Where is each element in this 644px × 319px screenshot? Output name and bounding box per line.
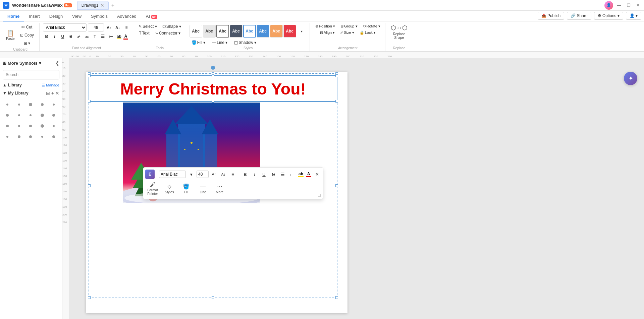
shape-item[interactable]: [38, 111, 47, 120]
shape-item[interactable]: [26, 111, 35, 120]
shape-item[interactable]: [14, 111, 24, 120]
tab-insert[interactable]: Insert: [24, 12, 45, 21]
cut-button[interactable]: ✂ Cut: [17, 23, 37, 31]
tab-advanced[interactable]: Advanced: [112, 12, 141, 21]
tab-ai[interactable]: AI hot: [141, 12, 162, 21]
highlight-button[interactable]: ab: [115, 33, 123, 40]
tab-view[interactable]: View: [67, 12, 86, 21]
decrease-font-button[interactable]: A↓: [114, 24, 121, 31]
text-handle-br[interactable]: [335, 100, 338, 103]
fill-button[interactable]: 🪣 Fill ▾: [190, 40, 208, 46]
style-7[interactable]: Abc: [270, 25, 283, 38]
shape-item[interactable]: [49, 100, 58, 109]
user-avatar[interactable]: 👤: [604, 1, 613, 10]
shape-item[interactable]: [38, 121, 47, 131]
float-font-input[interactable]: [159, 171, 186, 178]
style-5[interactable]: Abc: [243, 25, 256, 38]
format-paste-button[interactable]: ⊞ ▾: [17, 40, 37, 47]
float-fill-button[interactable]: 🪣 Fill: [179, 182, 194, 195]
handle-ml[interactable]: [88, 184, 91, 187]
lock-button[interactable]: 🔒 Lock ▾: [358, 30, 378, 36]
shape-item[interactable]: [38, 132, 47, 141]
style-1[interactable]: Abc: [190, 25, 202, 38]
float-font-chevron[interactable]: ▾: [187, 170, 195, 178]
float-bullet-button[interactable]: ☰: [279, 170, 287, 178]
style-6[interactable]: Abc: [257, 25, 269, 38]
replace-shape-button[interactable]: ⬡↔⬡ Replace Shape: [389, 23, 410, 40]
shape-item[interactable]: [49, 132, 58, 141]
shape-item[interactable]: [14, 132, 24, 141]
font-family-select[interactable]: Arial Black Arial Times New Roman: [43, 23, 87, 31]
account-button[interactable]: 👤 ▾: [626, 12, 641, 20]
my-library-title[interactable]: ▼ My Library: [3, 91, 29, 95]
my-library-close-button[interactable]: ✕: [55, 90, 59, 96]
restore-button[interactable]: ❐: [625, 2, 632, 9]
publish-button[interactable]: 📤 Publish: [538, 12, 565, 20]
shape-item[interactable]: [38, 100, 47, 109]
text-handle-bl[interactable]: [88, 100, 91, 103]
tab-design[interactable]: Design: [45, 12, 67, 21]
superscript-button[interactable]: x²: [75, 33, 83, 40]
shape-item[interactable]: [14, 100, 24, 109]
handle-bm[interactable]: [212, 296, 214, 299]
font-color-btn[interactable]: A: [123, 34, 128, 40]
subscript-button[interactable]: x₂: [83, 33, 91, 40]
float-bold-button[interactable]: B: [241, 170, 249, 178]
library-title[interactable]: ▲ Library: [3, 83, 22, 87]
style-8[interactable]: Abc: [283, 25, 296, 38]
my-library-add-button[interactable]: +: [51, 90, 54, 96]
shape-item[interactable]: [26, 100, 35, 109]
rotate-handle[interactable]: [211, 66, 215, 70]
position-button[interactable]: ⊕ Position ▾: [313, 23, 337, 29]
float-close-button[interactable]: ✕: [313, 170, 321, 178]
number-list-button[interactable]: ≔: [107, 33, 115, 40]
tab-symbols[interactable]: Symbols: [86, 12, 112, 21]
handle-bl[interactable]: [88, 296, 91, 299]
styles-more-button[interactable]: ▾: [297, 29, 307, 34]
float-strikethrough-button[interactable]: S: [269, 170, 277, 178]
font-size-input[interactable]: [88, 23, 104, 31]
align-button[interactable]: ⊟ Align ▾: [318, 30, 337, 36]
rotate-button[interactable]: ↻ Rotate ▾: [361, 23, 382, 29]
handle-br[interactable]: [335, 296, 338, 299]
shape-button[interactable]: ⬡ Shape ▾: [160, 23, 183, 29]
bold-button[interactable]: B: [43, 33, 50, 40]
group-button[interactable]: ⊞ Group ▾: [338, 23, 360, 29]
float-format-painter-button[interactable]: 🖌 Format Painter: [145, 180, 160, 197]
manage-button[interactable]: ☰ Manage: [42, 83, 59, 87]
shape-item[interactable]: [3, 100, 12, 109]
line-button[interactable]: — Line ▾: [210, 40, 229, 46]
float-italic-button[interactable]: I: [251, 170, 259, 178]
shape-item[interactable]: [14, 121, 24, 131]
sidebar-collapse-button[interactable]: ❮: [55, 60, 59, 66]
tab-close-button[interactable]: ✕: [100, 3, 104, 8]
title-text-box[interactable]: Merry Christmas to You!: [89, 75, 337, 102]
style-3[interactable]: Abc: [216, 25, 229, 38]
canvas-area[interactable]: Merry Christmas to You!: [69, 58, 644, 319]
document-tab[interactable]: Drawing1 ✕: [77, 1, 109, 10]
align-text-button[interactable]: ≡: [123, 24, 130, 31]
search-button[interactable]: Search: [59, 70, 59, 79]
increase-font-button[interactable]: A↑: [105, 24, 113, 31]
strikethrough-button[interactable]: S: [67, 33, 74, 40]
float-font-color-button[interactable]: A: [306, 171, 312, 178]
italic-button[interactable]: I: [51, 33, 58, 40]
float-align-button[interactable]: ≡: [229, 170, 237, 178]
shadow-button[interactable]: ◫ Shadow ▾: [232, 40, 258, 46]
text-style-button[interactable]: T: [91, 33, 99, 40]
shape-item[interactable]: [26, 132, 35, 141]
minimize-button[interactable]: —: [616, 2, 623, 9]
bullet-list-button[interactable]: ☰: [99, 33, 107, 40]
search-input[interactable]: [3, 70, 59, 79]
float-decrease-font[interactable]: A↓: [219, 170, 227, 178]
float-more-button[interactable]: ⋯ More: [212, 182, 227, 195]
text-handle-bm[interactable]: [212, 100, 214, 103]
float-underline-button[interactable]: U: [260, 170, 268, 178]
connector-button[interactable]: ⤷ Connector ▾: [153, 30, 183, 36]
shape-item[interactable]: [49, 111, 58, 120]
tab-home[interactable]: Home: [3, 12, 24, 21]
shape-item[interactable]: [3, 121, 12, 131]
select-button[interactable]: ↖ Select ▾: [137, 23, 159, 29]
text-handle-tr[interactable]: [335, 74, 338, 77]
share-button[interactable]: 🔗 Share: [567, 12, 591, 20]
